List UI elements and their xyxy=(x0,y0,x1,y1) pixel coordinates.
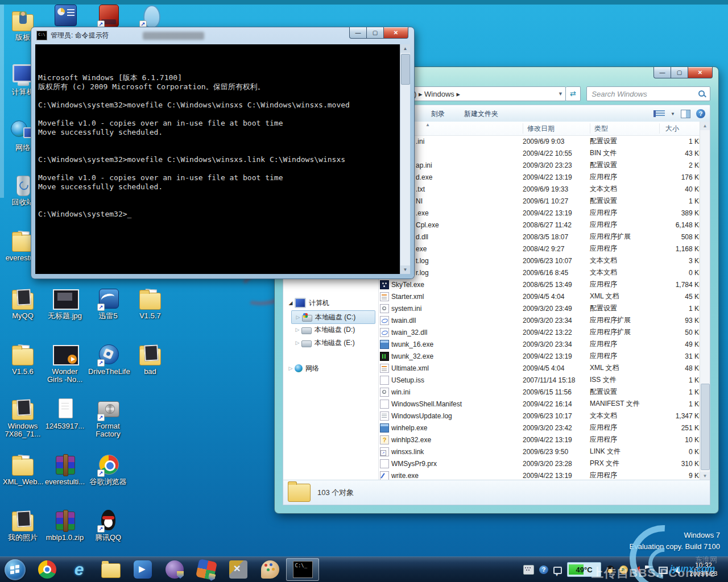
desktop-icon[interactable]: 腾讯QQ xyxy=(88,509,128,542)
sidebar-item-disk-e[interactable]: ▷ 本地磁盘 (E:) xyxy=(291,336,386,349)
scroll-up-icon[interactable]: ▲ xyxy=(400,44,410,53)
column-type[interactable]: 类型 xyxy=(594,124,608,134)
taskbar-driver-tools[interactable] xyxy=(222,558,254,581)
desktop-icon[interactable]: 迅雷5 xyxy=(88,288,128,320)
desktop-icon[interactable]: 无标题.jpg xyxy=(45,288,85,320)
scroll-down-icon[interactable]: ▼ xyxy=(400,265,410,274)
desktop-icon[interactable]: XML_Web... xyxy=(3,454,43,486)
table-row[interactable]: WindowsShell.Manifest 2009/4/22 16:14 MA… xyxy=(378,398,700,410)
help-icon[interactable]: ? xyxy=(696,109,705,118)
table-row[interactable]: winhelp.exe 2009/3/20 23:42 应用程序 251 KB xyxy=(378,422,700,434)
table-row[interactable]: d.exe 2009/4/22 13:19 应用程序 176 KB xyxy=(378,171,700,183)
desktop-icon[interactable] xyxy=(130,5,170,29)
desktop-icon[interactable]: 谷歌浏览器 xyxy=(88,454,128,486)
table-row[interactable]: twain.dll 2009/3/20 23:34 应用程序扩展 93 KB xyxy=(378,314,700,326)
table-row[interactable]: .txt 2009/6/9 19:33 文本文档 40 KB xyxy=(378,183,700,195)
qq-tray-icon[interactable] xyxy=(606,566,614,574)
desktop-icon[interactable]: Windows 7X86_71... xyxy=(3,398,43,438)
chevron-down-icon[interactable]: ▼ xyxy=(558,91,563,97)
desktop-icon[interactable]: Format Factory xyxy=(88,398,128,438)
table-row[interactable]: Starter.xml 2009/4/5 4:04 XML 文档 45 KB xyxy=(378,290,700,302)
expander-icon[interactable]: ▷ xyxy=(288,365,293,371)
column-size[interactable]: 大小 xyxy=(665,124,679,134)
views-chevron-icon[interactable]: ▼ xyxy=(671,111,675,117)
scrollbar-thumb[interactable] xyxy=(701,384,710,470)
desktop-icon[interactable]: V1.5.6 xyxy=(3,343,43,376)
sidebar-item-network[interactable]: ▷ 网络 xyxy=(283,362,378,375)
touch-keyboard-icon[interactable] xyxy=(523,565,534,575)
sidebar-item-disk-d[interactable]: ▷ 本地磁盘 (D:) xyxy=(291,323,386,336)
close-button[interactable]: ✕ xyxy=(688,67,713,78)
views-icon[interactable] xyxy=(653,110,665,117)
table-row[interactable]: .exe 2009/4/22 13:19 应用程序 389 KB xyxy=(378,207,700,219)
help-tray-icon[interactable]: ? xyxy=(539,566,548,574)
scroll-down-icon[interactable]: ▼ xyxy=(700,472,710,480)
desktop-icon[interactable]: 12453917... xyxy=(45,398,85,430)
minimize-button[interactable]: — xyxy=(653,67,671,78)
table-row[interactable]: USetup.iss 2007/11/14 15:18 ISS 文件 1 KB xyxy=(378,374,700,386)
temperature-widget[interactable]: 49°C xyxy=(567,562,601,577)
table-row[interactable]: twunk_32.exe 2009/4/22 13:19 应用程序 31 KB xyxy=(378,350,700,362)
sidebar-item-disk-c[interactable]: ▷ 本地磁盘 (C:) xyxy=(291,310,375,324)
maximize-button[interactable]: ▢ xyxy=(671,67,688,78)
desktop-icon[interactable]: DriveTheLife xyxy=(88,343,128,376)
table-row[interactable]: exe 2008/4/2 9:27 应用程序 1,168 KB xyxy=(378,243,700,255)
table-row[interactable]: Cpl.exe 2008/6/27 11:42 应用程序 6,148 KB xyxy=(378,219,700,231)
table-row[interactable]: write.exe 2009/4/22 13:19 应用程序 9 KB xyxy=(378,469,700,480)
expander-icon[interactable]: ▷ xyxy=(295,327,300,332)
preview-pane-icon[interactable] xyxy=(681,110,690,118)
desktop-icon[interactable] xyxy=(45,5,85,29)
table-row[interactable]: t.log 2009/6/23 10:07 文本文档 3 KB xyxy=(378,255,700,267)
close-button[interactable]: ✕ xyxy=(383,27,408,39)
minimize-button[interactable]: — xyxy=(349,27,367,39)
display-icon[interactable] xyxy=(659,567,668,574)
burn-button[interactable]: 刻录 xyxy=(427,107,449,121)
desktop-icon[interactable]: everestulti... xyxy=(45,454,85,486)
taskbar-chrome[interactable] xyxy=(31,558,63,581)
table-row[interactable]: Ultimate.xml 2009/4/5 4:04 XML 文档 48 KB xyxy=(378,362,700,374)
table-row[interactable]: d.dll 2008/3/5 18:07 应用程序扩展 508 KB xyxy=(378,231,700,243)
table-row[interactable]: .ini 2009/6/9 9:03 配置设置 1 KB xyxy=(378,135,700,147)
media-tray-icon[interactable] xyxy=(619,566,628,574)
table-row[interactable]: win.ini 2009/6/15 11:56 配置设置 1 KB xyxy=(378,386,700,398)
taskbar-windows-explorer[interactable] xyxy=(95,558,127,581)
search-input[interactable]: Search Windows xyxy=(586,86,710,101)
taskbar-security-app[interactable] xyxy=(191,558,222,581)
maximize-button[interactable]: ▢ xyxy=(366,27,384,39)
table-row[interactable]: ap.ini 2009/3/20 23:23 配置设置 2 KB xyxy=(378,159,700,171)
desktop-icon[interactable]: mblp1.0.zip xyxy=(45,509,85,542)
desktop-icon[interactable]: MyQQ xyxy=(3,288,43,320)
refresh-button[interactable]: ⇄ xyxy=(566,86,581,101)
new-folder-button[interactable]: 新建文件夹 xyxy=(460,107,503,121)
column-date[interactable]: 修改日期 xyxy=(527,124,555,134)
taskbar-driver-app[interactable] xyxy=(159,558,191,581)
expander-icon[interactable]: ▷ xyxy=(295,340,300,346)
table-row[interactable]: system.ini 2009/3/20 23:49 配置设置 1 KB xyxy=(378,302,700,314)
expander-icon[interactable]: ◢ xyxy=(288,300,293,306)
console-output[interactable]: Microsoft Windows [版本 6.1.7100]版权所有 (c) … xyxy=(35,44,400,274)
volume-muted-icon[interactable] xyxy=(633,566,640,574)
table-row[interactable]: 2009/4/22 10:55 BIN 文件 43 KB xyxy=(378,147,700,159)
desktop-icon[interactable] xyxy=(88,5,128,29)
taskbar-paint[interactable] xyxy=(254,558,286,581)
table-row[interactable]: WindowsUpdate.log 2009/6/23 10:17 文本文档 1… xyxy=(378,410,700,422)
table-row[interactable]: SkyTel.exe 2008/6/25 13:49 应用程序 1,784 KB xyxy=(378,278,700,290)
table-row[interactable]: twain_32.dll 2009/4/22 13:22 应用程序扩展 50 K… xyxy=(378,326,700,338)
desktop-icon[interactable]: 我的照片 xyxy=(3,509,43,542)
desktop-icon[interactable]: Wonder Girls -No... xyxy=(45,343,85,384)
action-center-icon[interactable] xyxy=(645,566,653,574)
taskbar-internet-explorer[interactable]: e xyxy=(63,558,95,581)
sidebar-item-computer[interactable]: ◢ 计算机 xyxy=(283,297,378,309)
scroll-up-icon[interactable]: ▲ xyxy=(700,122,710,130)
window-restore-icon[interactable] xyxy=(553,567,562,574)
clock[interactable]: 10:32 2009/6/23 xyxy=(685,562,725,577)
console-scrollbar[interactable]: ▲ ▼ xyxy=(400,44,410,274)
list-scrollbar[interactable]: ▲ ▼ xyxy=(700,122,710,480)
table-row[interactable]: WMSysPr9.prx 2009/3/20 23:28 PRX 文件 310 … xyxy=(378,458,700,469)
scrollbar-thumb[interactable] xyxy=(401,54,410,85)
start-button[interactable] xyxy=(5,559,26,580)
volume-icon[interactable] xyxy=(673,566,680,574)
expander-icon[interactable]: ▷ xyxy=(295,314,301,320)
table-row[interactable]: winhlp32.exe 2009/4/22 13:19 应用程序 10 KB xyxy=(378,434,700,446)
taskbar-media-player[interactable] xyxy=(127,558,159,581)
